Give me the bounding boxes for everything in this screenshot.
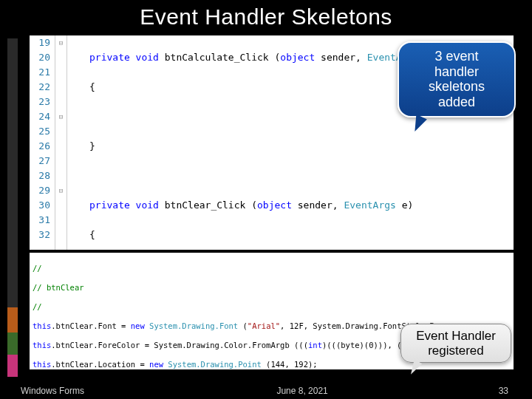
footer-left: Windows Forms	[21, 386, 84, 396]
slide-footer: Windows Forms June 8, 2021 33	[0, 386, 532, 396]
line-gutter: 19 20 21 22 23 24 25 26 27 28 29 30 31 3…	[30, 35, 55, 250]
slide-title: Event Handler Skeletons	[0, 0, 532, 35]
footer-page: 33	[499, 386, 508, 396]
footer-date: June 8, 2021	[276, 386, 327, 396]
callout-registered: Event Handler registered	[400, 324, 511, 363]
callout-skeletons: 3 event handler skeletons added	[398, 41, 516, 117]
fold-column: ⊟ ⊟ ⊟	[55, 35, 67, 250]
accent-bars	[7, 38, 18, 377]
